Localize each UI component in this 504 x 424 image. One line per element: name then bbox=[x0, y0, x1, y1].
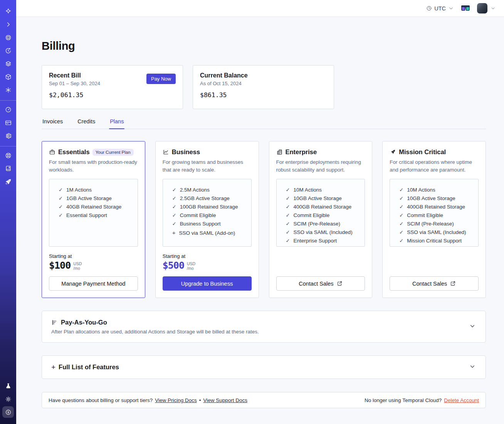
billing-panel-icon[interactable] bbox=[2, 117, 14, 128]
plan-feature-list: ✓1M Actions✓1GB Active Storage✓40GB Reta… bbox=[49, 179, 138, 247]
expand-chevron[interactable] bbox=[469, 323, 475, 331]
footer-docs: Have questions about billing or support … bbox=[49, 397, 247, 403]
avatar bbox=[477, 3, 487, 13]
external-link-icon bbox=[450, 281, 456, 286]
settings-gear-icon[interactable] bbox=[2, 130, 14, 141]
billing-dollar-icon[interactable]: $ bbox=[2, 406, 14, 418]
price-unit: USD /mo bbox=[187, 260, 195, 271]
schedules-clock-icon[interactable] bbox=[2, 45, 14, 56]
plan-feature-label: Business Support bbox=[180, 221, 221, 227]
delete-account-link[interactable]: Delete Account bbox=[444, 397, 479, 403]
view-support-docs-link[interactable]: View Support Docs bbox=[203, 397, 247, 403]
upgrade-to-business-button[interactable]: Upgrade to Business bbox=[163, 276, 252, 291]
cube-icon[interactable] bbox=[2, 71, 14, 82]
rocket-icon[interactable] bbox=[2, 176, 14, 187]
paygo-accordion[interactable]: Pay-As-You-Go After Plan allocations are… bbox=[42, 311, 486, 343]
plan-description: For critical operations where uptime and… bbox=[390, 158, 479, 173]
plan-cards: Essentials Your Current Plan For small t… bbox=[42, 141, 486, 298]
check-icon: ✓ bbox=[286, 229, 290, 235]
3d-glasses-icon[interactable] bbox=[461, 5, 470, 12]
plan-card-essentials: Essentials Your Current Plan For small t… bbox=[42, 141, 145, 298]
support-lifebuoy-icon[interactable] bbox=[2, 150, 14, 161]
contact-sales-label: Contact Sales bbox=[299, 281, 333, 287]
check-icon: ✓ bbox=[286, 195, 290, 201]
chevron-down-icon bbox=[448, 5, 454, 11]
paygo-header: Pay-As-You-Go bbox=[51, 319, 476, 326]
plan-feature: ✓40GB Retained Storage bbox=[59, 204, 134, 210]
plan-description: For growing teams and businesses that ar… bbox=[163, 158, 252, 173]
full-features-title: Full List of Features bbox=[59, 363, 119, 371]
tab-credits[interactable]: Credits bbox=[77, 118, 96, 129]
asterisk-icon[interactable] bbox=[2, 84, 14, 96]
plan-feature-label: 1M Actions bbox=[66, 187, 92, 193]
rocket-icon bbox=[390, 149, 396, 155]
plan-feature: ✓10GB Active Storage bbox=[286, 195, 361, 201]
expand-chevron[interactable] bbox=[469, 363, 475, 371]
plan-name: Essentials bbox=[58, 148, 90, 156]
plan-feature-label: 10M Actions bbox=[407, 187, 435, 193]
check-icon: ✓ bbox=[172, 195, 176, 201]
view-pricing-docs-link[interactable]: View Pricing Docs bbox=[155, 397, 197, 403]
plan-header: Enterprise bbox=[276, 148, 365, 156]
plan-feature-label: 400GB Retained Storage bbox=[407, 204, 465, 210]
price-amount: $500 bbox=[163, 260, 184, 271]
check-icon: ✓ bbox=[286, 204, 290, 210]
plan-feature-label: 10M Actions bbox=[293, 187, 322, 193]
contact-sales-button[interactable]: Contact Sales bbox=[276, 276, 365, 291]
manage-payment-button[interactable]: Manage Payment Method bbox=[49, 276, 138, 291]
plan-description: For enterprise deployments requiring rob… bbox=[276, 158, 365, 173]
price-unit: USD /mo bbox=[73, 260, 82, 271]
footer-question: Have questions about billing or support … bbox=[49, 397, 153, 403]
plan-feature: ✓SCIM (Pre-Release) bbox=[399, 221, 474, 227]
temporal-logo-icon[interactable] bbox=[2, 5, 14, 17]
timezone-selector[interactable]: UTC bbox=[426, 5, 454, 12]
page-title: Billing bbox=[42, 40, 486, 52]
plan-feature-list: ✓10M Actions✓10GB Active Storage✓400GB R… bbox=[390, 179, 479, 247]
check-icon: ✓ bbox=[286, 221, 290, 227]
check-icon: ✓ bbox=[399, 187, 403, 193]
chevron-down-icon bbox=[491, 6, 496, 11]
plan-feature-label: Commit Eligible bbox=[293, 212, 329, 218]
pay-now-button[interactable]: Pay Now bbox=[146, 74, 176, 84]
account-menu[interactable] bbox=[477, 3, 496, 13]
plan-feature-label: Commit Eligible bbox=[180, 212, 216, 218]
sidebar-divider bbox=[0, 100, 16, 101]
plan-feature-label: Mission Critical Support bbox=[407, 238, 462, 244]
docs-book-icon[interactable] bbox=[2, 163, 14, 174]
plan-header: Essentials Your Current Plan bbox=[49, 148, 138, 156]
plan-feature: ✓2.5M Actions bbox=[172, 187, 247, 193]
plan-price: Starting at $500 USD /mo bbox=[163, 253, 252, 271]
plan-feature-label: 40GB Retained Storage bbox=[66, 204, 121, 210]
topbar: UTC bbox=[16, 0, 504, 17]
plan-card-business: Business For growing teams and businesse… bbox=[155, 141, 259, 298]
plan-feature: ✓1M Actions bbox=[59, 187, 134, 193]
full-features-accordion[interactable]: + Full List of Features bbox=[42, 355, 486, 379]
labs-flask-icon[interactable] bbox=[2, 380, 14, 392]
plan-feature: ✓400GB Retained Storage bbox=[286, 204, 361, 210]
price-prefix: Starting at bbox=[163, 253, 252, 259]
plan-name: Enterprise bbox=[286, 148, 317, 156]
plan-feature-label: SSO via SAML (Add-on) bbox=[179, 230, 235, 236]
layers-icon[interactable] bbox=[2, 58, 14, 69]
timezone-label: UTC bbox=[434, 5, 446, 12]
chevron-right-icon[interactable] bbox=[2, 19, 14, 30]
main-content: Billing Recent Bill Sep 01 – Sep 30, 202… bbox=[16, 17, 504, 424]
tab-invoices[interactable]: Invoices bbox=[42, 118, 64, 129]
price-period: /mo bbox=[187, 266, 195, 271]
check-icon: ✓ bbox=[399, 212, 403, 218]
tab-plans[interactable]: Plans bbox=[109, 118, 124, 129]
sidebar-divider bbox=[0, 146, 16, 146]
chevron-down-icon bbox=[469, 323, 475, 329]
plan-name: Mission Critical bbox=[399, 148, 446, 156]
contact-sales-button[interactable]: Contact Sales bbox=[390, 276, 479, 291]
plan-header: Mission Critical bbox=[390, 148, 479, 156]
current-balance-asof: As of Oct 15, 2024 bbox=[200, 81, 327, 86]
namespaces-target-icon[interactable] bbox=[2, 32, 14, 43]
theme-sun-icon[interactable] bbox=[2, 393, 14, 405]
check-icon: ✓ bbox=[399, 229, 403, 235]
check-icon: ✓ bbox=[399, 221, 403, 227]
usage-gauge-icon[interactable] bbox=[2, 104, 14, 115]
plan-feature: ✓10M Actions bbox=[399, 187, 474, 193]
plan-feature: ✓100GB Retained Storage bbox=[172, 204, 247, 210]
chart-line-icon bbox=[163, 149, 169, 155]
